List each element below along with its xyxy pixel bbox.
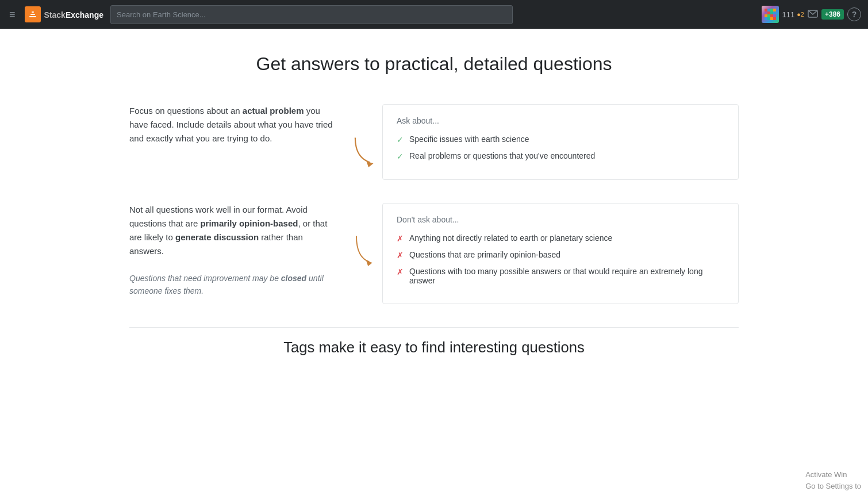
cross-icon: ✗ [397,234,404,243]
svg-rect-8 [767,11,770,14]
svg-rect-11 [765,14,767,17]
cross-icon: ✗ [397,251,404,260]
checkmark-icon: ✓ [397,135,404,144]
svg-rect-6 [773,9,776,11]
search-bar[interactable] [110,5,513,24]
ask-about-list: ✓ Specific issues with earth science ✓ R… [397,135,724,161]
site-logo[interactable]: StackExchange [25,6,104,22]
svg-rect-4 [767,9,770,11]
checkmark-icon: ✓ [397,152,404,161]
svg-rect-17 [770,17,773,20]
svg-rect-12 [767,14,770,17]
italic-pre: Questions that need improvement may be [129,274,281,283]
dont-ask-box: Don't ask about... ✗ Anything not direct… [382,203,739,304]
italic-bold: closed [281,274,306,283]
svg-rect-9 [770,11,773,14]
section2-bold2: generate discussion [175,232,259,242]
svg-rect-3 [765,9,767,11]
svg-rect-10 [773,11,776,14]
dont-ask-list: ✗ Anything not directly related to earth… [397,233,724,285]
svg-rect-2 [32,11,34,13]
reputation-score[interactable]: 111 ●2 [782,10,804,19]
rep-indicator: ●2 [797,11,804,18]
search-input[interactable] [110,5,513,24]
navbar: ≡ StackExchange [0,0,868,29]
list-item: ✓ Specific issues with earth science [397,135,724,144]
section2-bold1: primarily opinion-based [200,218,298,228]
ask-item-2: Real problems or questions that you've e… [409,151,595,160]
ask-about-title: Ask about... [397,116,724,125]
svg-rect-16 [767,17,770,20]
ask-item-1: Specific issues with earth science [409,135,529,144]
dont-item-3: Questions with too many possible answers… [409,267,724,285]
svg-rect-14 [773,14,776,17]
list-item: ✗ Questions with too many possible answe… [397,267,724,285]
svg-rect-18 [773,17,776,20]
logo-icon [25,6,41,22]
section-divider [129,327,739,328]
section1-text-pre: Focus on questions about an [129,106,243,116]
ask-about-box: Ask about... ✓ Specific issues with eart… [382,104,739,180]
inbox-button[interactable] [808,8,818,21]
svg-rect-1 [30,14,35,15]
svg-rect-5 [770,9,773,11]
svg-rect-7 [765,11,767,14]
dont-item-1: Anything not directly related to earth o… [409,233,612,243]
logo-text: StackExchange [44,10,104,20]
user-avatar[interactable] [762,6,779,23]
section1-arrow [348,104,382,167]
section-ask-about: Focus on questions about an actual probl… [129,104,739,180]
navbar-right-actions: 111 ●2 +386 ? [762,6,862,23]
section1-text-bold: actual problem [243,106,304,116]
help-button[interactable]: ? [847,7,861,21]
svg-rect-15 [765,17,767,20]
italic-note: Questions that need improvement may be c… [129,272,336,298]
reputation-change-badge: +386 [821,9,844,20]
svg-rect-13 [770,14,773,17]
section2-text: Not all questions work well in our forma… [129,203,348,298]
svg-rect-0 [29,16,36,17]
section1-text: Focus on questions about an actual probl… [129,104,348,145]
bottom-title: Tags make it easy to find interesting qu… [129,339,739,356]
list-item: ✗ Questions that are primarily opinion-b… [397,250,724,260]
dont-item-2: Questions that are primarily opinion-bas… [409,250,560,259]
list-item: ✗ Anything not directly related to earth… [397,233,724,243]
hamburger-menu[interactable]: ≡ [7,6,18,23]
dont-ask-title: Don't ask about... [397,215,724,224]
main-content: Get answers to practical, detailed quest… [118,29,750,390]
page-title: Get answers to practical, detailed quest… [129,52,739,76]
cross-icon: ✗ [397,267,404,277]
section2-arrow [348,203,382,266]
section-dont-ask: Not all questions work well in our forma… [129,203,739,304]
list-item: ✓ Real problems or questions that you've… [397,151,724,161]
